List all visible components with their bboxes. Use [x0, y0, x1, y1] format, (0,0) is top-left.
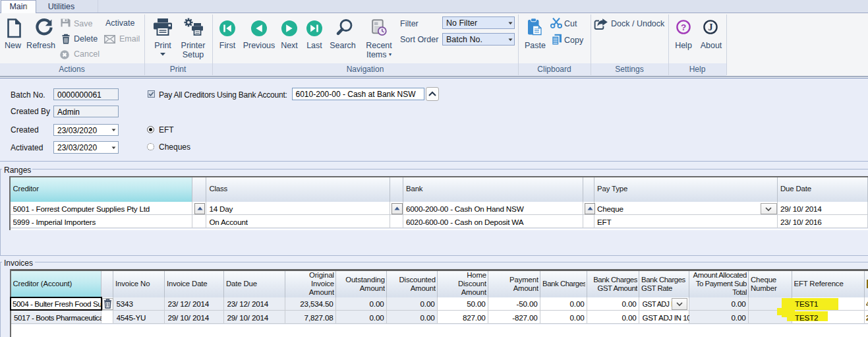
- svg-text:?: ?: [681, 22, 686, 32]
- svg-text:J: J: [709, 22, 713, 32]
